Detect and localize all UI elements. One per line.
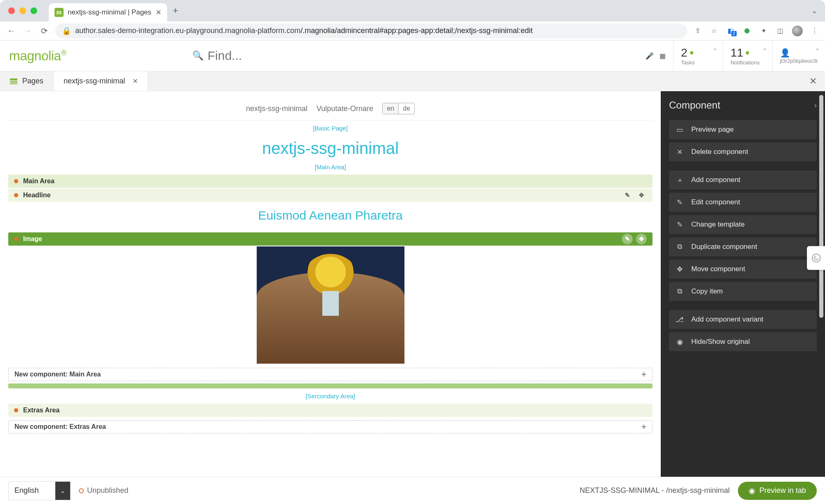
preview-in-tab-button[interactable]: ◉ Preview in tab [738,482,817,500]
url-path: /.magnolia/admincentral#app:pages-app:de… [300,26,532,35]
close-window-icon[interactable] [8,7,15,14]
shield-icon[interactable]: ⬣ [742,26,752,35]
chevron-right-icon: › [814,101,817,110]
username: jl3r2p5kplieoo3t [780,58,818,64]
tab-label: nextjs-ssg-minimal [64,77,125,85]
voice-icon[interactable]: 🎤 [645,52,654,60]
action-label: Edit component [691,198,740,206]
tasks-count: 2 [681,47,688,59]
action-label: Add component [691,176,740,184]
action-delete-component[interactable]: ✕Delete component [669,142,817,161]
sidepanel-icon[interactable]: ◫ [775,26,785,35]
action-copy-item[interactable]: ⧉Copy item [669,282,817,301]
user-widget[interactable]: ⌄ 👤 jl3r2p5kplieoo3t [772,40,825,71]
close-tab-icon[interactable]: ✕ [156,8,161,17]
action-duplicate-component[interactable]: ⧉Duplicate component [669,237,817,256]
page-breadcrumb-bar: nextjs-ssg-minimal Vulputate-Ornare en d… [8,97,652,121]
status-dot-icon [14,179,18,183]
breadcrumb-segment[interactable]: Vulputate-Ornare [317,104,373,113]
tab-label: Pages [22,77,43,85]
scrollbar-thumb[interactable] [819,95,823,318]
back-button[interactable]: ← [6,26,17,35]
breadcrumb-segment[interactable]: nextjs-ssg-minimal [246,104,307,113]
action-preview-page[interactable]: ▭Preview page [669,120,817,139]
status-dot-icon [746,51,749,54]
action-label: Delete component [691,148,748,156]
action-add-variant[interactable]: ⎇Add component variant [669,310,817,329]
action-add-component[interactable]: ＋Add component [669,170,817,189]
maximize-window-icon[interactable] [31,7,37,14]
area-bar-main[interactable]: Main Area [8,175,652,188]
area-label: Main Area [23,177,54,185]
area-bar-extras[interactable]: Extras Area [8,404,652,417]
search-input[interactable] [208,49,373,63]
status-bar: English ⌄ Unpublished NEXTJS-SSG-MINIMAL… [0,477,825,504]
logo[interactable]: magnolia® [9,48,66,63]
component-bar-image[interactable]: Image ✎ ✥ [8,232,652,246]
panel-title[interactable]: Component › [669,99,817,111]
close-tab-icon[interactable]: ✕ [132,77,138,85]
url-host: author.sales-demo-integration.eu-playgro… [75,26,300,35]
global-search[interactable]: 🔍 [186,49,638,63]
lang-de[interactable]: de [399,103,414,114]
browser-tab[interactable]: m nextjs-ssg-minimal | Pages ✕ [49,3,167,21]
move-icon[interactable]: ✥ [636,190,647,201]
reload-button[interactable]: ⟳ [39,26,50,36]
apps-grid-icon[interactable]: ▦ [660,52,666,60]
move-icon[interactable]: ✥ [636,234,647,244]
minimize-window-icon[interactable] [19,7,26,14]
language-select[interactable]: English ⌄ [8,481,71,500]
status-dot-icon [14,408,18,412]
language-toggle[interactable]: en de [382,103,415,114]
notifications-count: 11 [730,47,743,59]
edit-icon[interactable]: ✎ [622,190,633,201]
component-bar-headline[interactable]: Headline ✎ ✥ [8,189,652,202]
share-icon[interactable]: ⇪ [693,26,702,35]
tab-pages[interactable]: Pages [0,71,54,91]
preview-icon: ▭ [676,125,684,134]
profile-avatar[interactable] [792,26,803,36]
edit-icon[interactable]: ✎ [622,234,633,244]
status-label: Unpublished [87,486,128,495]
editor-scrollbar[interactable] [819,95,823,359]
area-label: [Main Area] [8,163,652,170]
action-change-template[interactable]: ✎Change template [669,215,817,234]
action-label: Change template [691,220,745,229]
bookmark-icon[interactable]: ☆ [709,26,719,35]
close-all-tabs[interactable]: ✕ [801,71,825,91]
panel-title-text: Component [669,99,720,111]
lang-en[interactable]: en [383,103,399,114]
action-hide-show-original[interactable]: ◉Hide/Show original [669,332,817,351]
tasks-widget[interactable]: ⌄ 2 Tasks [673,40,723,71]
tab-overflow-icon[interactable]: ⌄ [804,6,825,15]
area-divider [8,383,652,388]
grammarly-widget[interactable] [807,246,825,270]
status-dot-icon [690,51,693,54]
tab-page-detail[interactable]: nextjs-ssg-minimal ✕ [54,71,148,91]
area-label: Extras Area [23,407,59,414]
action-edit-component[interactable]: ✎Edit component [669,193,817,212]
page-title: nextjs-ssg-minimal [8,139,652,158]
new-component-extras[interactable]: New component: Extras Area + [8,420,652,433]
notifications-widget[interactable]: ⌄ 11 Notifications [723,40,772,71]
notifications-label: Notifications [730,59,765,66]
headline-content: Euismod Aenean Pharetra [8,208,652,222]
new-component-main[interactable]: New component: Main Area + [8,368,652,381]
variant-icon: ⎇ [676,315,684,324]
chrome-menu-icon[interactable]: ⋮ [810,26,819,35]
action-label: Move component [691,265,745,273]
window-controls[interactable] [0,7,45,14]
new-tab-button[interactable]: + [167,5,184,16]
svg-point-0 [812,254,820,262]
action-move-component[interactable]: ✥Move component [669,260,817,279]
move-icon: ✥ [676,265,684,274]
plus-icon: ＋ [676,175,684,185]
extension-devtools-icon[interactable]: ◧2 [726,26,735,35]
chevron-down-icon[interactable]: ⌄ [55,482,70,500]
url-field[interactable]: 🔒 author.sales-demo-integration.eu-playg… [55,24,687,38]
new-component-label: New component: Main Area [14,371,101,378]
template-label: [Basic Page] [8,125,652,132]
extensions-icon[interactable]: ✦ [759,26,768,35]
copy-icon: ⧉ [676,287,684,296]
chevron-down-icon: ⌄ [713,45,718,51]
